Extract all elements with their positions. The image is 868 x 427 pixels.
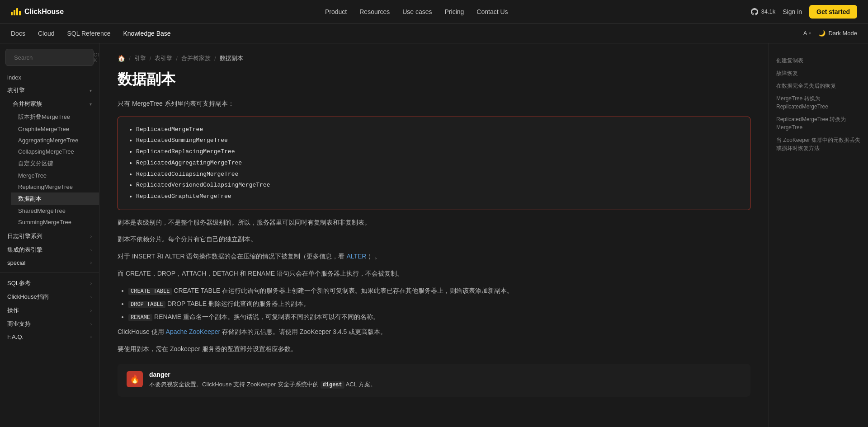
toc-item-2[interactable]: 在数据完全丢失后的恢复 xyxy=(776,80,861,92)
para3: 对于 INSERT 和 ALTER 语句操作数据的会在压缩的情况下被复制（更多信… xyxy=(118,251,750,262)
nav-sql-ref[interactable]: SQL Reference xyxy=(67,30,111,37)
sidebar-item-shared-merge-tree[interactable]: SharedMergeTree xyxy=(11,205,99,216)
language-selector[interactable]: A ▾ xyxy=(803,30,811,37)
sidebar-section-header-integration[interactable]: 集成的表引擎 › xyxy=(0,243,99,257)
danger-code: digest xyxy=(321,381,344,389)
chevron-log: › xyxy=(90,234,92,239)
content-area: 🏠 / 引擎 / 表引擎 / 合并树家族 / 数据副本 数据副本 只有 Merg… xyxy=(99,43,769,427)
code-list-item-0: ReplicatedMergeTree xyxy=(136,124,741,136)
sidebar-section-header-faq[interactable]: F.A.Q. › xyxy=(0,331,99,343)
code-drop-table: DROP TABLE xyxy=(128,301,165,308)
para5: ClickHouse 使用 Apache ZooKeeper 存储副本的元信息。… xyxy=(118,327,750,338)
home-icon[interactable]: 🏠 xyxy=(118,55,125,62)
danger-content: danger 不要忽视安全设置。ClickHouse 支持 ZooKeeper … xyxy=(149,371,376,389)
github-badge[interactable]: 34.1k xyxy=(751,8,775,15)
nav-knowledge-base[interactable]: Knowledge Base xyxy=(123,30,170,37)
toc-item-1[interactable]: 故障恢复 xyxy=(776,67,861,80)
breadcrumb-sep-1: / xyxy=(150,55,151,62)
nav-link-use-cases[interactable]: Use cases xyxy=(402,8,432,15)
nav-docs[interactable]: Docs xyxy=(11,30,25,37)
sidebar-label: AggregatingMergeTree xyxy=(18,137,78,144)
search-input[interactable] xyxy=(14,54,90,61)
sidebar-item-merge-tree[interactable]: MergeTree xyxy=(11,170,99,181)
sidebar-item-aggregating-merge-tree[interactable]: AggregatingMergeTree xyxy=(11,135,99,146)
zookeeper-link[interactable]: Apache ZooKeeper xyxy=(166,328,221,335)
code-list: ReplicatedMergeTree ReplicatedSummingMer… xyxy=(127,124,741,202)
secondary-nav-right: A ▾ 🌙 Dark Mode xyxy=(803,30,857,37)
breadcrumb-merge-family[interactable]: 合并树家族 xyxy=(181,54,211,62)
chevron-special: › xyxy=(90,260,92,265)
get-started-button[interactable]: Get started xyxy=(809,5,857,19)
sidebar-section-label-integration: 集成的表引擎 xyxy=(7,246,42,254)
sidebar-section-label-support: 商业支持 xyxy=(7,320,31,328)
lang-chevron: ▾ xyxy=(809,31,811,36)
sidebar-section-header-sql[interactable]: SQL参考 › xyxy=(0,277,99,290)
danger-pre: 不要忽视安全设置。ClickHouse 支持 ZooKeeper 安全子系统中的 xyxy=(149,381,319,388)
sidebar-search[interactable]: CTRL+ K xyxy=(5,49,94,66)
toc-item-3[interactable]: MergeTree 转换为 ReplicatedMergeTree xyxy=(776,92,861,113)
breadcrumb: 🏠 / 引擎 / 表引擎 / 合并树家族 / 数据副本 xyxy=(118,54,750,62)
sidebar-section-label-ops: 操作 xyxy=(7,306,19,314)
breadcrumb-table-engines[interactable]: 表引擎 xyxy=(155,54,172,62)
para6: 要使用副本，需在 Zookeeper 服务器的配置部分设置相应参数。 xyxy=(118,344,750,355)
dark-mode-toggle[interactable]: 🌙 Dark Mode xyxy=(818,30,857,37)
page-title: 数据副本 xyxy=(118,70,750,89)
sidebar-section-header-guide[interactable]: ClickHouse指南 › xyxy=(0,290,99,304)
para5-mid: 存储副本的元信息。请使用 ZooKeeper 3.4.5 或更高版本。 xyxy=(222,328,387,335)
nav-cloud[interactable]: Cloud xyxy=(38,30,55,37)
sidebar-section-header-support[interactable]: 商业支持 › xyxy=(0,317,99,331)
toc-item-5[interactable]: 当 ZooKeeper 集群中的元数据丢失或损坏时恢复方法 xyxy=(776,134,861,155)
code-rename: RENAME xyxy=(128,314,152,321)
toc-item-0[interactable]: 创建复制表 xyxy=(776,54,861,67)
fire-icon: 🔥 xyxy=(130,374,140,384)
sidebar-section-header-special[interactable]: special › xyxy=(0,257,99,269)
sidebar-item-replacing-merge-tree[interactable]: ReplacingMergeTree xyxy=(11,181,99,192)
sidebar-section-table-engines: 表引擎 ▾ 合并树家族 ▾ 版本折叠MergeTree GraphiteMerg… xyxy=(0,84,99,228)
top-nav: ClickHouse Product Resources Use cases P… xyxy=(0,0,868,23)
nav-link-contact[interactable]: Contact Us xyxy=(476,8,508,15)
intro-text: 只有 MergeTree 系列里的表可支持副本： xyxy=(118,99,750,109)
sign-in-button[interactable]: Sign in xyxy=(783,8,802,15)
sidebar-section-header-table-engines[interactable]: 表引擎 ▾ xyxy=(0,84,99,97)
danger-icon-wrap: 🔥 xyxy=(127,371,143,387)
sidebar-section-header-merge-family[interactable]: 合并树家族 ▾ xyxy=(5,97,99,111)
bullet-1-text: DROP TABLE DROP TABLE 删除运行此查询的服务器上的副本。 xyxy=(128,300,310,307)
sidebar-section-header-log[interactable]: 日志引擎系列 › xyxy=(0,230,99,243)
bullet-0: CREATE TABLE CREATE TABLE 在运行此语句的服务器上创建一… xyxy=(128,286,750,296)
dark-mode-label: Dark Mode xyxy=(828,30,857,37)
alter-link[interactable]: ALTER xyxy=(346,253,366,260)
chevron-table-engines: ▾ xyxy=(90,88,92,93)
para1: 副本是表级别的，不是整个服务器级别的。所以，服务器里可以同时有复制表和非复制表。 xyxy=(118,217,750,228)
logo[interactable]: ClickHouse xyxy=(11,8,64,16)
sidebar-item-custom-partition[interactable]: 自定义分区键 xyxy=(11,157,99,170)
sidebar-item-collapsing-merge-tree[interactable]: CollapsingMergeTree xyxy=(11,146,99,157)
sidebar-item-graphite-merge-tree[interactable]: GraphiteMergeTree xyxy=(11,123,99,135)
sidebar-item-index[interactable]: index xyxy=(0,71,99,84)
nav-link-product[interactable]: Product xyxy=(325,8,347,15)
github-count: 34.1k xyxy=(761,8,775,15)
breadcrumb-engines[interactable]: 引擎 xyxy=(134,54,146,62)
nav-link-pricing[interactable]: Pricing xyxy=(445,8,464,15)
code-list-item-1: ReplicatedSummingMergeTree xyxy=(136,135,741,146)
sidebar-children-merge-family: 版本折叠MergeTree GraphiteMergeTree Aggregat… xyxy=(5,111,99,228)
para5-pre: ClickHouse 使用 xyxy=(118,328,164,335)
danger-post: ACL 方案。 xyxy=(346,381,376,388)
bullet-2: RENAME RENAME 重命名一个副本。换句话说，可复制表不同的副本可以有不… xyxy=(128,312,750,322)
sidebar-item-versioned-collapsing[interactable]: 版本折叠MergeTree xyxy=(11,111,99,123)
sidebar-item-summing-merge-tree[interactable]: SummingMergeTree xyxy=(11,216,99,228)
danger-box: 🔥 danger 不要忽视安全设置。ClickHouse 支持 ZooKeepe… xyxy=(118,364,750,397)
para2: 副本不依赖分片。每个分片有它自己的独立副本。 xyxy=(118,234,750,245)
chevron-sql: › xyxy=(90,281,92,286)
sidebar-section-label-guide: ClickHouse指南 xyxy=(7,293,49,301)
sidebar-item-data-replication[interactable]: 数据副本 xyxy=(11,192,99,205)
toc-item-4[interactable]: ReplicatedMergeTree 转换为 MergeTree xyxy=(776,113,861,134)
secondary-nav: Docs Cloud SQL Reference Knowledge Base … xyxy=(0,23,868,43)
sidebar-label: ReplacingMergeTree xyxy=(18,183,73,190)
sidebar-section-header-ops[interactable]: 操作 › xyxy=(0,304,99,317)
secondary-nav-left: Docs Cloud SQL Reference Knowledge Base xyxy=(11,30,171,37)
search-shortcut: CTRL+ K xyxy=(94,52,99,63)
bullet-2-text: RENAME RENAME 重命名一个副本。换句话说，可复制表不同的副本可以有不… xyxy=(128,313,379,320)
bullets-list: CREATE TABLE CREATE TABLE 在运行此语句的服务器上创建一… xyxy=(118,286,750,323)
nav-links: Product Resources Use cases Pricing Cont… xyxy=(82,8,751,15)
nav-link-resources[interactable]: Resources xyxy=(359,8,390,15)
